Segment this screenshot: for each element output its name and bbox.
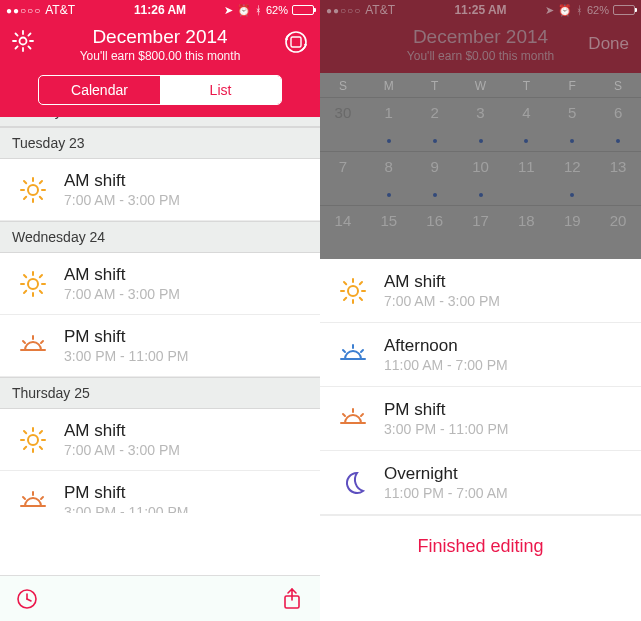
shift-row[interactable]: AM shift 7:00 AM - 3:00 PM <box>0 253 320 315</box>
day-number: 18 <box>518 212 535 229</box>
event-dot-icon <box>570 193 574 197</box>
calendar-cell[interactable]: 20 <box>595 206 641 259</box>
event-dot-icon <box>524 139 528 143</box>
shift-row[interactable]: Afternoon 11:00 AM - 7:00 PM <box>320 323 641 387</box>
shift-name: AM shift <box>64 421 180 441</box>
carrier-label: AT&T <box>45 3 75 17</box>
shift-icon <box>338 341 368 369</box>
status-bar: ●●○○○ AT&T 11:25 AM ➤ ⏰ ᚼ 62% <box>320 0 641 20</box>
weekday-label: S <box>595 73 641 97</box>
calendar-grid[interactable]: 30 1 2 3 4 5 6 7 <box>320 97 641 259</box>
shift-row[interactable]: AM shift 7:00 AM - 3:00 PM <box>0 159 320 221</box>
calendar-cell[interactable]: 17 <box>458 206 504 259</box>
location-icon: ➤ <box>545 4 554 17</box>
shift-name: AM shift <box>384 272 500 292</box>
shift-row[interactable]: PM shift 3:00 PM - 11:00 PM <box>0 315 320 377</box>
calendar-cell[interactable]: 6 <box>595 98 641 151</box>
day-header: Wednesday 24 <box>0 221 320 253</box>
event-dot-icon <box>479 139 483 143</box>
shift-time: 7:00 AM - 3:00 PM <box>64 442 180 458</box>
weekday-label: M <box>366 73 412 97</box>
shift-name: Afternoon <box>384 336 508 356</box>
day-number: 4 <box>522 104 530 121</box>
battery-icon <box>292 5 314 15</box>
event-dot-icon <box>570 139 574 143</box>
day-number: 7 <box>339 158 347 175</box>
calendar-cell[interactable]: 9 <box>412 152 458 205</box>
weekday-row: SMTWTFS <box>320 73 641 97</box>
calendar-cell[interactable]: 5 <box>549 98 595 151</box>
calendar-cell[interactable]: 10 <box>458 152 504 205</box>
tab-list[interactable]: List <box>160 76 281 104</box>
shift-time: 3:00 PM - 11:00 PM <box>64 504 189 513</box>
calendar-cell[interactable]: 7 <box>320 152 366 205</box>
shift-name: Overnight <box>384 464 508 484</box>
calendar-cell[interactable]: 13 <box>595 152 641 205</box>
shift-icon <box>18 426 48 454</box>
day-number: 15 <box>380 212 397 229</box>
day-number: 10 <box>472 158 489 175</box>
calendar-row: 14 15 16 17 18 19 20 <box>320 205 641 259</box>
screen-edit-view: ●●○○○ AT&T 11:25 AM ➤ ⏰ ᚼ 62% December 2… <box>320 0 641 621</box>
calendar-cell[interactable]: 8 <box>366 152 412 205</box>
earnings-subtitle: You'll earn $0.00 this month <box>330 49 631 63</box>
calendar-cell[interactable]: 11 <box>503 152 549 205</box>
day-number: 19 <box>564 212 581 229</box>
day-number: 3 <box>476 104 484 121</box>
day-number: 9 <box>430 158 438 175</box>
calendar-cell[interactable]: 3 <box>458 98 504 151</box>
day-number: 6 <box>614 104 622 121</box>
clock-label: 11:26 AM <box>134 3 186 17</box>
calendar-cell[interactable]: 15 <box>366 206 412 259</box>
shift-row[interactable]: Overnight 11:00 PM - 7:00 AM <box>320 451 641 515</box>
calendar-cell[interactable]: 18 <box>503 206 549 259</box>
weekday-label: T <box>503 73 549 97</box>
sun-icon <box>19 176 47 204</box>
shift-name: PM shift <box>64 483 189 503</box>
shift-icon <box>18 332 48 360</box>
day-header: Thursday 25 <box>0 377 320 409</box>
finished-editing-button[interactable]: Finished editing <box>320 515 641 597</box>
share-button[interactable] <box>280 587 304 611</box>
shift-row[interactable]: PM shift 3:00 PM - 11:00 PM <box>0 471 320 513</box>
shift-list[interactable]: Monday 22Tuesday 23 AM shift 7:00 AM - 3… <box>0 95 320 513</box>
now-button[interactable] <box>16 588 38 610</box>
day-header: Tuesday 23 <box>0 127 320 159</box>
event-dot-icon <box>387 139 391 143</box>
clock-label: 11:25 AM <box>454 3 506 17</box>
location-icon: ➤ <box>224 4 233 17</box>
calendar-cell[interactable]: 12 <box>549 152 595 205</box>
calendar-cell[interactable]: 14 <box>320 206 366 259</box>
calendar-cell[interactable]: 4 <box>503 98 549 151</box>
done-button[interactable]: Done <box>588 34 629 54</box>
calendar-cell[interactable]: 30 <box>320 98 366 151</box>
event-dot-icon <box>433 193 437 197</box>
calendar-cell[interactable]: 2 <box>412 98 458 151</box>
shift-icon <box>338 469 368 497</box>
share-icon <box>280 587 304 611</box>
calendar-row: 30 1 2 3 4 5 6 <box>320 97 641 151</box>
header-dimmed: December 2014 You'll earn $0.00 this mon… <box>320 20 641 73</box>
shift-time: 11:00 AM - 7:00 PM <box>384 357 508 373</box>
day-number: 2 <box>430 104 438 121</box>
status-bar: ●●○○○ AT&T 11:26 AM ➤ ⏰ ᚼ 62% <box>0 0 320 20</box>
day-number: 8 <box>385 158 393 175</box>
day-number: 11 <box>518 158 535 175</box>
calendar-cell[interactable]: 1 <box>366 98 412 151</box>
sunset-icon <box>339 405 367 433</box>
shift-name: AM shift <box>64 265 180 285</box>
day-number: 5 <box>568 104 576 121</box>
carrier-label: AT&T <box>365 3 395 17</box>
shift-row[interactable]: PM shift 3:00 PM - 11:00 PM <box>320 387 641 451</box>
calendar-cell[interactable]: 19 <box>549 206 595 259</box>
tab-calendar[interactable]: Calendar <box>39 76 160 104</box>
weekday-label: W <box>458 73 504 97</box>
calendar-cell[interactable]: 16 <box>412 206 458 259</box>
shift-row[interactable]: AM shift 7:00 AM - 3:00 PM <box>320 259 641 323</box>
shift-time: 7:00 AM - 3:00 PM <box>64 286 180 302</box>
sun-icon <box>19 270 47 298</box>
sun-icon <box>339 277 367 305</box>
weekday-label: T <box>412 73 458 97</box>
shift-row[interactable]: AM shift 7:00 AM - 3:00 PM <box>0 409 320 471</box>
bluetooth-icon: ᚼ <box>576 4 583 16</box>
